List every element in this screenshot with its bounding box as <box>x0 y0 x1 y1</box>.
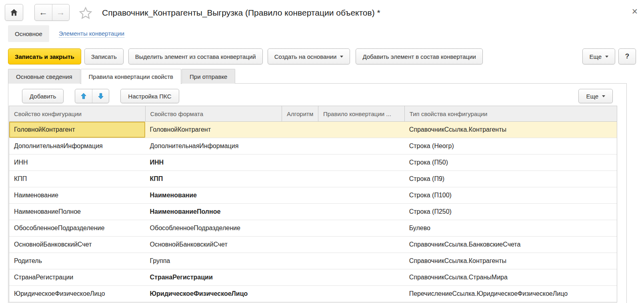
cell-algorithm[interactable] <box>282 204 318 220</box>
cell-config-property-type[interactable]: СправочникСсылка.БанковскиеСчета <box>404 237 617 253</box>
cell-format-property[interactable]: ОбособленноеПодразделение <box>145 220 282 236</box>
home-button[interactable] <box>5 4 23 21</box>
cell-algorithm[interactable] <box>282 155 318 171</box>
cell-format-property[interactable]: ГоловнойКонтрагент <box>145 122 282 138</box>
column-header-format-property[interactable]: Свойство формата <box>145 106 282 121</box>
move-up-icon <box>80 92 87 100</box>
cell-config-property[interactable]: СтранаРегистрации <box>9 269 145 285</box>
cell-config-property[interactable]: НаименованиеПолное <box>9 204 145 220</box>
page-title: Справочник_Контрагенты_Выгрузка (Правило… <box>102 3 380 23</box>
column-header-algorithm[interactable]: Алгоритм <box>282 106 318 121</box>
table-row[interactable]: Родитель Группа СправочникСсылка.Контраг… <box>9 253 617 269</box>
cell-algorithm[interactable] <box>282 253 318 269</box>
cell-format-property[interactable]: ИНН <box>145 155 282 171</box>
cell-algorithm[interactable] <box>282 237 318 253</box>
cell-conversion-rule[interactable] <box>318 269 404 285</box>
cell-algorithm[interactable] <box>282 138 318 154</box>
pks-settings-button[interactable]: Настройка ПКС <box>120 89 179 103</box>
table-row[interactable]: ГоловнойКонтрагент ГоловнойКонтрагент Сп… <box>9 122 617 138</box>
cell-format-property[interactable]: Группа <box>145 253 282 269</box>
cell-conversion-rule[interactable] <box>318 204 404 220</box>
cell-conversion-rule[interactable] <box>318 253 404 269</box>
cell-conversion-rule[interactable] <box>318 138 404 154</box>
create-based-on-button[interactable]: Создать на основании <box>268 48 350 64</box>
table-row[interactable]: ОсновнойБанковскийСчет ОсновнойБанковски… <box>9 237 617 253</box>
cell-format-property[interactable]: ДополнительнаяИнформация <box>145 138 282 154</box>
cell-format-property[interactable]: СтранаРегистрации <box>145 269 282 285</box>
table-row[interactable]: ДополнительнаяИнформация ДополнительнаяИ… <box>9 138 617 155</box>
cell-config-property-type[interactable]: Строка (П50) <box>404 155 617 171</box>
favorites-button[interactable] <box>78 6 93 22</box>
table-row[interactable]: ИНН ИНН Строка (П50) <box>9 155 617 171</box>
cell-config-property[interactable]: Родитель <box>9 253 145 269</box>
toolbar-more-button[interactable]: Еще <box>578 89 613 103</box>
cell-config-property[interactable]: ИНН <box>9 155 145 171</box>
move-down-button[interactable] <box>92 89 109 103</box>
close-icon[interactable]: × <box>632 6 638 16</box>
more-button[interactable]: Еще <box>582 48 615 64</box>
table-row[interactable]: ОбособленноеПодразделение ОбособленноеПо… <box>9 220 617 237</box>
cell-config-property[interactable]: Наименование <box>9 187 145 203</box>
cell-config-property[interactable]: ГоловнойКонтрагент <box>9 122 145 138</box>
create-based-on-label: Создать на основании <box>274 53 337 60</box>
table-row[interactable]: КПП КПП Строка (П9) <box>9 171 617 187</box>
cell-format-property[interactable]: КПП <box>145 171 282 187</box>
toolbar-more-label: Еще <box>586 93 598 100</box>
cell-conversion-rule[interactable] <box>318 237 404 253</box>
cell-config-property-type[interactable]: Строка (Неогр) <box>404 138 617 154</box>
save-and-close-button[interactable]: Записать и закрыть <box>8 48 81 64</box>
cell-algorithm[interactable] <box>282 269 318 285</box>
move-buttons-group <box>75 89 109 103</box>
cell-config-property-type[interactable]: Строка (П100) <box>404 187 617 203</box>
cell-conversion-rule[interactable] <box>318 171 404 187</box>
forward-button[interactable]: → <box>52 4 70 20</box>
nav-conversion-elements-link[interactable]: Элементы конвертации <box>59 30 124 38</box>
cell-algorithm[interactable] <box>282 286 318 302</box>
cell-config-property[interactable]: КПП <box>9 171 145 187</box>
column-header-config-property-type[interactable]: Тип свойства конфигурации <box>404 106 617 121</box>
cell-config-property[interactable]: ОбособленноеПодразделение <box>9 220 145 236</box>
column-header-conversion-rule[interactable]: Правило конвертации ... <box>318 106 404 121</box>
cell-algorithm[interactable] <box>282 122 318 138</box>
move-up-button[interactable] <box>75 89 92 103</box>
cell-config-property-type[interactable]: Строка (П9) <box>404 171 617 187</box>
tab-general-info[interactable]: Основные сведения <box>8 69 80 84</box>
cell-format-property[interactable]: ОсновнойБанковскийСчет <box>145 237 282 253</box>
forward-arrow-icon: → <box>56 8 65 17</box>
add-row-button[interactable]: Добавить <box>22 89 64 103</box>
cell-config-property[interactable]: ОсновнойБанковскийСчет <box>9 237 145 253</box>
table-row[interactable]: НаименованиеПолное НаименованиеПолное Ст… <box>9 204 617 220</box>
cell-algorithm[interactable] <box>282 187 318 203</box>
table-row[interactable]: ЮридическоеФизическоеЛицо ЮридическоеФиз… <box>9 286 617 302</box>
cell-conversion-rule[interactable] <box>318 155 404 171</box>
cell-config-property-type[interactable]: СправочникСсылка.СтраныМира <box>404 269 617 285</box>
cell-conversion-rule[interactable] <box>318 220 404 236</box>
more-button-label: Еще <box>589 53 602 60</box>
cell-format-property[interactable]: НаименованиеПолное <box>145 204 282 220</box>
cell-config-property-type[interactable]: Строка (П250) <box>404 204 617 220</box>
cell-format-property[interactable]: Наименование <box>145 187 282 203</box>
cell-config-property[interactable]: ДополнительнаяИнформация <box>9 138 145 154</box>
cell-config-property-type[interactable]: Булево <box>404 220 617 236</box>
add-element-button[interactable]: Добавить элемент в состав конвертации <box>356 48 483 64</box>
back-button[interactable]: ← <box>35 4 52 20</box>
column-header-config-property[interactable]: Свойство конфигурации <box>9 106 145 121</box>
help-button[interactable]: ? <box>618 48 636 64</box>
cell-config-property[interactable]: ЮридическоеФизическоеЛицо <box>9 286 145 302</box>
cell-config-property-type[interactable]: ПеречислениеСсылка.ЮридическоеФизическое… <box>404 286 617 302</box>
save-button[interactable]: Записать <box>84 48 124 64</box>
cell-conversion-rule[interactable] <box>318 187 404 203</box>
extract-element-button[interactable]: Выделить элемент из состава конвертаций <box>128 48 263 64</box>
nav-main-tab[interactable]: Основное <box>8 25 49 42</box>
cell-config-property-type[interactable]: СправочникСсылка.Контрагенты <box>404 122 617 138</box>
cell-algorithm[interactable] <box>282 220 318 236</box>
cell-format-property[interactable]: ЮридическоеФизическоеЛицо <box>145 286 282 302</box>
cell-config-property-type[interactable]: СправочникСсылка.Контрагенты <box>404 253 617 269</box>
cell-algorithm[interactable] <box>282 171 318 187</box>
table-row[interactable]: СтранаРегистрации СтранаРегистрации Спра… <box>9 269 617 286</box>
tab-on-send[interactable]: При отправке <box>182 69 235 84</box>
cell-conversion-rule[interactable] <box>318 122 404 138</box>
cell-conversion-rule[interactable] <box>318 286 404 302</box>
table-row[interactable]: Наименование Наименование Строка (П100) <box>9 187 617 204</box>
tab-property-conversion-rules[interactable]: Правила конвертации свойств <box>81 69 182 84</box>
